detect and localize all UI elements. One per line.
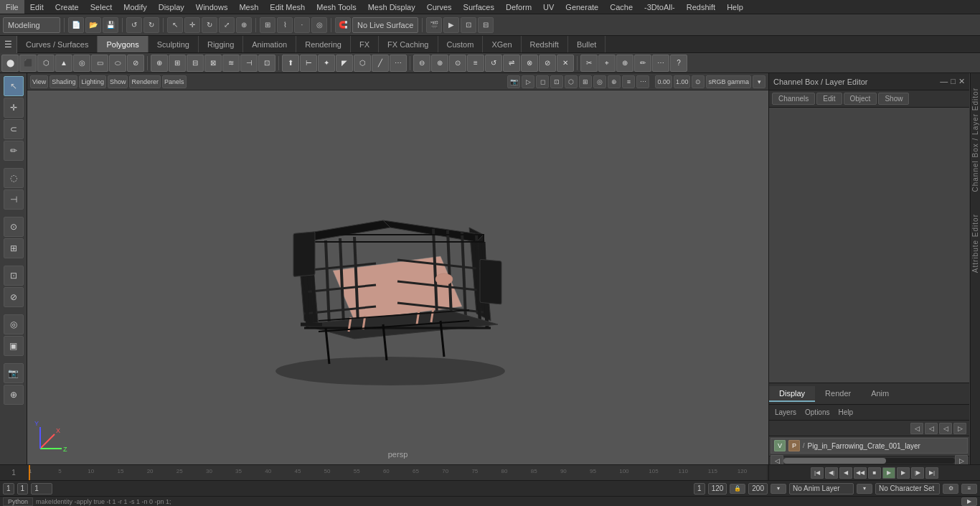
vp-gamma-icon[interactable]: ⊙ <box>692 75 705 88</box>
layer-scroll-track[interactable] <box>783 458 955 464</box>
grid-snap-btn[interactable]: ⊞ <box>4 238 24 258</box>
layer-menu-layers[interactable]: Layers <box>772 408 799 416</box>
range-end-lock[interactable]: 🔒 <box>730 484 745 494</box>
lasso-btn[interactable]: ⊂ <box>4 119 24 139</box>
layer-tab-anim[interactable]: Anim <box>861 386 899 402</box>
rotate-tool-btn[interactable]: ↻ <box>202 17 217 33</box>
menu-file[interactable]: File <box>0 0 24 14</box>
tab-menu-btn[interactable]: ☰ <box>0 36 17 53</box>
frame-indicator-field[interactable]: 1 <box>31 483 52 495</box>
tab-curves-surfaces[interactable]: Curves / Surfaces <box>17 36 98 52</box>
move-tool-btn[interactable]: ✛ <box>184 17 200 33</box>
frame-current-field[interactable]: 1 <box>17 483 29 495</box>
snap-btn[interactable]: ⊙ <box>4 217 24 237</box>
frame-start-field[interactable]: 1 <box>3 483 14 495</box>
render-frame-btn[interactable]: ▶ <box>443 17 459 33</box>
char-set-gear[interactable]: ⚙ <box>943 484 958 494</box>
layer-playback-btn[interactable]: P <box>788 440 800 451</box>
layer-row-pig[interactable]: V P / Pig_in_Farrowing_Crate_001_layer <box>771 438 968 454</box>
multi-cut-icon-btn[interactable]: ✂ <box>580 55 598 72</box>
cb-tab-show[interactable]: Show <box>878 93 909 105</box>
open-file-btn[interactable]: 📂 <box>85 17 101 33</box>
snap-surface-btn[interactable]: ◎ <box>311 17 327 33</box>
loop-icon-btn[interactable]: ⊖ <box>413 55 430 72</box>
menu-deform[interactable]: Deform <box>500 0 537 14</box>
slide-icon-btn[interactable]: ≡ <box>467 55 484 72</box>
new-file-btn[interactable]: 📄 <box>68 17 84 33</box>
layer-menu-help[interactable]: Help <box>835 408 856 416</box>
vp-shading-menu[interactable]: Shading <box>50 75 77 88</box>
menu-mesh-display[interactable]: Mesh Display <box>362 0 421 14</box>
max-frame-field[interactable]: 200 <box>748 483 768 495</box>
separate-icon-btn[interactable]: ⊟ <box>187 55 204 72</box>
layer-tool-1[interactable]: ◁ <box>910 423 923 434</box>
wireframe-btn[interactable]: ⊡ <box>4 266 24 286</box>
layer-tab-display[interactable]: Display <box>769 386 815 402</box>
redo-btn[interactable]: ↻ <box>143 17 159 33</box>
smooth-icon-btn[interactable]: ≋ <box>222 55 240 72</box>
isolate-btn[interactable]: ◎ <box>4 314 24 334</box>
xray-btn[interactable]: ⊘ <box>4 287 24 307</box>
crease-icon-btn[interactable]: ╱ <box>372 55 389 72</box>
vp-stop-btn[interactable]: ◻ <box>536 75 549 88</box>
mirror-icon-btn[interactable]: ⊣ <box>240 55 258 72</box>
tab-polygons[interactable]: Polygons <box>98 36 148 52</box>
soft-select-btn[interactable]: ◌ <box>4 168 24 188</box>
extrude-icon-btn[interactable]: ⬆ <box>282 55 299 72</box>
select-tool-btn[interactable]: ↖ <box>167 17 183 33</box>
menu-windows[interactable]: Windows <box>190 0 234 14</box>
disk-icon-btn[interactable]: ⬭ <box>109 55 126 72</box>
python-tab[interactable]: Python <box>3 497 33 506</box>
vp-show-menu[interactable]: Show <box>108 75 128 88</box>
playback-play-fwd-btn[interactable]: ▶ <box>882 467 895 479</box>
anim-layer-dropdown[interactable]: No Anim Layer <box>789 483 854 495</box>
vp-renderer-menu[interactable]: Renderer <box>129 75 161 88</box>
vp-view-menu[interactable]: View <box>30 75 48 88</box>
tab-rendering[interactable]: Rendering <box>296 36 351 52</box>
layer-menu-options[interactable]: Options <box>802 408 832 416</box>
merge-icon-btn[interactable]: ⊗ <box>521 55 538 72</box>
playback-step-fwd-btn[interactable]: ▶ <box>897 467 910 479</box>
cb-tab-edit[interactable]: Edit <box>816 93 842 105</box>
layer-tool-4[interactable]: ▷ <box>953 423 966 434</box>
proxy-icon-btn[interactable]: ⊕ <box>151 55 168 72</box>
pipe-icon-btn[interactable]: ⊘ <box>127 55 144 72</box>
vp-shade-options-btn[interactable]: ≡ <box>622 75 635 88</box>
cube-icon-btn[interactable]: ⬛ <box>19 55 37 72</box>
cb-tab-object[interactable]: Object <box>844 93 877 105</box>
layer-visibility-btn[interactable]: V <box>774 440 786 451</box>
wedge-icon-btn[interactable]: ◤ <box>336 55 353 72</box>
camera-btn[interactable]: 📷 <box>4 363 24 383</box>
select-mode-btn[interactable]: ↖ <box>4 76 24 96</box>
vp-lighting-menu[interactable]: Lighting <box>79 75 106 88</box>
channel-box-minimize[interactable]: — <box>940 77 948 86</box>
cb-tab-channels[interactable]: Channels <box>772 93 815 105</box>
connect-tool-icon-btn[interactable]: ⌖ <box>598 55 616 72</box>
menu-edit[interactable]: Edit <box>24 0 50 14</box>
symmetry-btn[interactable]: ⊣ <box>4 189 24 210</box>
playback-play-back-btn[interactable]: ◀◀ <box>854 467 867 479</box>
boolean-icon-btn[interactable]: ⊠ <box>204 55 222 72</box>
max-frame-arrow[interactable]: ▾ <box>771 484 786 494</box>
menu-mesh[interactable]: Mesh <box>233 0 264 14</box>
tab-rigging[interactable]: Rigging <box>199 36 243 52</box>
question-icon-btn[interactable]: ? <box>670 55 687 72</box>
spin-icon-btn[interactable]: ↺ <box>485 55 502 72</box>
tab-sculpting[interactable]: Sculpting <box>149 36 199 52</box>
save-file-btn[interactable]: 💾 <box>103 17 118 33</box>
anim-layer-arrow[interactable]: ▾ <box>857 484 872 494</box>
vp-smooth-btn[interactable]: ⬡ <box>565 75 578 88</box>
paint-icon-btn[interactable]: ✏ <box>634 55 651 72</box>
vp-camera-btn[interactable]: 📷 <box>507 75 520 88</box>
paint-select-btn[interactable]: ✏ <box>4 141 24 161</box>
layer-scrollbar[interactable]: ◁ ▷ <box>769 456 969 464</box>
menu-generate[interactable]: Generate <box>560 0 604 14</box>
layer-tab-render[interactable]: Render <box>815 386 861 402</box>
range-start-field[interactable]: 1 <box>694 483 705 495</box>
menu-help[interactable]: Help <box>721 0 749 14</box>
menu-surfaces[interactable]: Surfaces <box>458 0 500 14</box>
menu-create[interactable]: Create <box>50 0 85 14</box>
edit-edge-icon-btn[interactable]: ⋯ <box>390 55 407 72</box>
torus-icon-btn[interactable]: ◎ <box>73 55 90 72</box>
poke-icon-btn[interactable]: ✦ <box>318 55 335 72</box>
